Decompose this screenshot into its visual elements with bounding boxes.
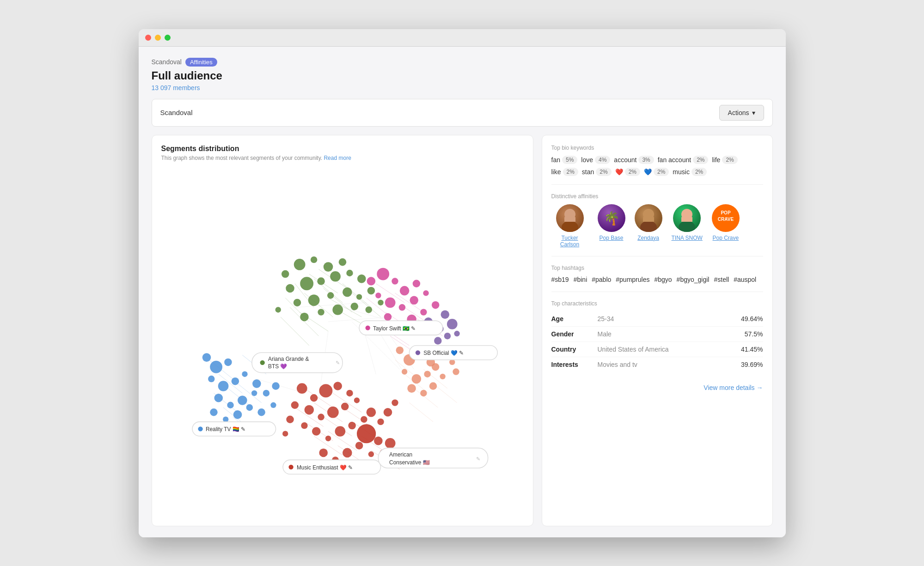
svg-point-90 <box>410 296 418 304</box>
svg-point-128 <box>310 394 318 402</box>
divider-1 <box>551 184 763 185</box>
svg-point-163 <box>401 369 407 374</box>
keyword-like[interactable]: like 2% <box>551 168 578 176</box>
svg-point-156 <box>377 418 384 425</box>
affinity-pop-base[interactable]: 🌴 Pop Base <box>598 204 625 248</box>
svg-point-120 <box>270 402 276 408</box>
svg-point-61 <box>323 262 333 272</box>
read-more-link[interactable]: Read more <box>324 155 351 161</box>
minimize-button[interactable] <box>155 35 161 41</box>
char-gender: Gender Male 57.5% <box>551 327 763 342</box>
svg-point-155 <box>366 407 376 417</box>
svg-rect-197 <box>564 217 575 222</box>
svg-point-142 <box>361 416 367 422</box>
svg-text:Conservative 🇺🇸: Conservative 🇺🇸 <box>389 459 430 465</box>
hashtag-sb19[interactable]: #sb19 <box>551 276 569 283</box>
svg-point-72 <box>343 287 352 297</box>
network-visualization: Ariana Grande & BTS 💜 ✎ Taylor Swift 🇧🇷 … <box>161 169 524 513</box>
svg-point-118 <box>246 404 252 410</box>
keyword-blue-heart-emoji[interactable]: 💙 2% <box>644 168 669 176</box>
hashtag-bgyo-gigil[interactable]: #bgyo_gigil <box>677 276 710 283</box>
svg-point-117 <box>233 410 242 419</box>
svg-point-140 <box>335 426 345 437</box>
svg-point-154 <box>282 431 288 436</box>
svg-point-67 <box>346 269 353 276</box>
zendaya-avatar-icon <box>635 204 662 232</box>
network-svg: Ariana Grande & BTS 💜 ✎ Taylor Swift 🇧🇷 … <box>161 169 524 513</box>
char-age: Age 25-34 49.64% <box>551 311 763 327</box>
svg-point-62 <box>338 258 346 266</box>
breadcrumb-parent[interactable]: Scandoval <box>152 58 182 66</box>
svg-point-201 <box>640 221 657 232</box>
page-title: Full audience <box>152 69 773 82</box>
popcrave-avatar-icon: POP CRAVE <box>712 204 740 232</box>
keyword-life[interactable]: life 2% <box>712 156 737 164</box>
tucker-avatar-icon <box>556 204 584 232</box>
svg-point-87 <box>375 292 381 298</box>
svg-text:SB Official 💙 ✎: SB Official 💙 ✎ <box>423 350 464 356</box>
affinity-tucker-carlson[interactable]: Tucker Carlson <box>551 204 588 248</box>
toolbar-label: Scandoval <box>160 109 193 116</box>
svg-point-92 <box>384 313 392 321</box>
hashtag-bini[interactable]: #bini <box>574 276 587 283</box>
svg-point-114 <box>251 390 257 396</box>
svg-point-71 <box>327 292 333 298</box>
breadcrumb-current[interactable]: Affinities <box>185 58 217 67</box>
svg-point-173 <box>453 368 459 375</box>
svg-text:POP: POP <box>721 210 730 215</box>
chevron-down-icon: ▾ <box>752 109 755 116</box>
svg-point-123 <box>272 382 280 390</box>
svg-point-66 <box>330 271 341 281</box>
keyword-fan[interactable]: fan 5% <box>551 156 578 164</box>
affinities-label: Distinctive affinities <box>551 193 763 200</box>
view-more-link[interactable]: View more details → <box>704 384 763 391</box>
keyword-stan[interactable]: stan 2% <box>582 168 612 176</box>
keyword-heart-emoji[interactable]: ❤️ 2% <box>615 168 640 176</box>
svg-point-131 <box>346 390 353 396</box>
svg-point-63 <box>286 284 294 292</box>
hashtags-section: Top hashtags #sb19 #bini #pablo #pumprul… <box>551 265 763 283</box>
affinity-pop-crave[interactable]: POP CRAVE Pop Crave <box>712 204 740 248</box>
svg-point-180 <box>365 325 370 330</box>
popbase-avatar-icon: 🌴 <box>598 204 625 232</box>
content-area: Scandoval Affinities Full audience 13 09… <box>139 47 786 537</box>
svg-point-186 <box>198 426 202 431</box>
actions-label: Actions <box>728 109 749 116</box>
keyword-love[interactable]: love 4% <box>581 156 610 164</box>
graph-panel: Segments distribution This graph shows t… <box>152 135 533 526</box>
keyword-music[interactable]: music 2% <box>673 168 707 176</box>
keyword-account[interactable]: account 3% <box>614 156 654 164</box>
affinity-zendaya[interactable]: Zendaya <box>635 204 662 248</box>
hashtag-bgyo[interactable]: #bgyo <box>654 276 672 283</box>
svg-point-164 <box>411 374 421 383</box>
graph-subtitle: This graph shows the most relevant segme… <box>161 155 524 161</box>
svg-point-73 <box>356 294 361 299</box>
svg-point-99 <box>447 319 457 329</box>
svg-point-138 <box>312 427 320 436</box>
svg-point-109 <box>231 377 239 385</box>
hashtag-auspol[interactable]: #auspol <box>734 276 756 283</box>
hashtag-stell[interactable]: #stell <box>714 276 729 283</box>
main-panel: Segments distribution This graph shows t… <box>152 135 773 526</box>
svg-point-76 <box>300 312 309 321</box>
svg-point-70 <box>308 294 319 306</box>
close-button[interactable] <box>145 35 151 41</box>
char-country: Country United States of America 41.45% <box>551 342 763 357</box>
hashtag-pumprules[interactable]: #pumprules <box>616 276 649 283</box>
svg-point-84 <box>392 278 398 284</box>
divider-3 <box>551 292 763 292</box>
hashtags-wrap: #sb19 #bini #pablo #pumprules #bgyo #bgy… <box>551 276 763 283</box>
keyword-fan-account[interactable]: fan account 2% <box>658 156 709 164</box>
svg-point-149 <box>374 436 383 445</box>
maximize-button[interactable] <box>165 35 171 41</box>
svg-point-122 <box>263 390 269 396</box>
svg-point-141 <box>348 421 356 429</box>
svg-point-111 <box>214 394 223 402</box>
hashtag-pablo[interactable]: #pablo <box>592 276 611 283</box>
svg-point-152 <box>301 422 307 428</box>
members-count: 13 097 members <box>152 84 773 91</box>
actions-button[interactable]: Actions ▾ <box>719 105 764 121</box>
svg-point-153 <box>286 415 294 423</box>
affinity-tina-snow[interactable]: TINA SNOW <box>672 204 703 248</box>
affinities-grid: Tucker Carlson 🌴 Pop Base <box>551 204 763 248</box>
